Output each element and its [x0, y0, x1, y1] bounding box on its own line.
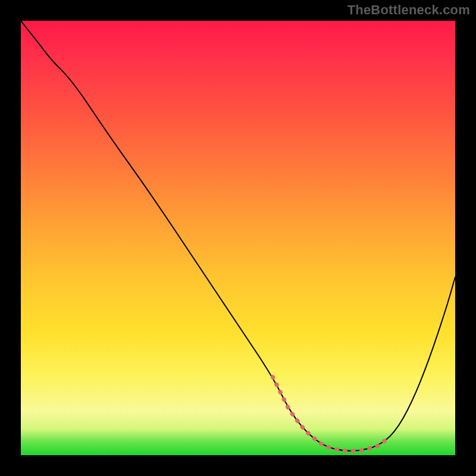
optimal-region-dots: [273, 377, 386, 451]
chart-frame: TheBottleneck.com: [0, 0, 476, 476]
curve-svg: [21, 21, 455, 455]
plot-area: [21, 21, 455, 455]
watermark-text: TheBottleneck.com: [347, 2, 470, 18]
bottleneck-curve: [21, 21, 455, 451]
